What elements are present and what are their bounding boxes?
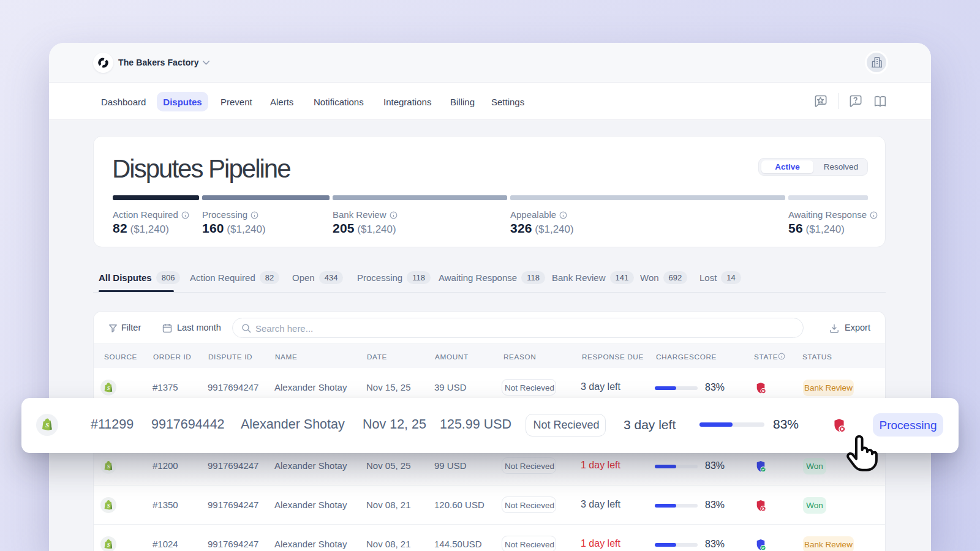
svg-text:S: S (107, 542, 110, 548)
svg-text:S: S (107, 503, 110, 509)
svg-text:S: S (107, 464, 110, 470)
svg-text:S: S (45, 422, 49, 429)
svg-text:S: S (107, 386, 110, 391)
